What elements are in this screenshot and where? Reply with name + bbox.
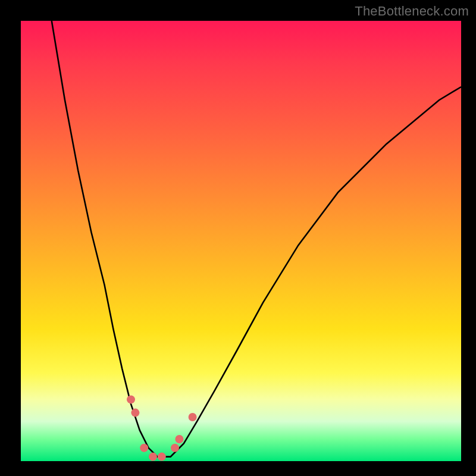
watermark-label: TheBottleneck.com: [355, 4, 469, 19]
bottleneck-curve: [52, 21, 461, 457]
dot-right-c: [189, 413, 197, 421]
plot-area: [21, 21, 461, 461]
dot-right-a: [171, 444, 179, 452]
dot-left-b: [131, 409, 139, 417]
marker-layer: [127, 395, 197, 461]
dot-mid-c: [158, 453, 166, 461]
dot-left-a: [127, 395, 135, 403]
dot-mid-b: [149, 453, 157, 461]
chart-frame: TheBottleneck.com: [0, 0, 476, 476]
dot-mid-a: [140, 444, 148, 452]
curve-layer: [21, 21, 461, 461]
dot-right-b: [175, 435, 183, 443]
